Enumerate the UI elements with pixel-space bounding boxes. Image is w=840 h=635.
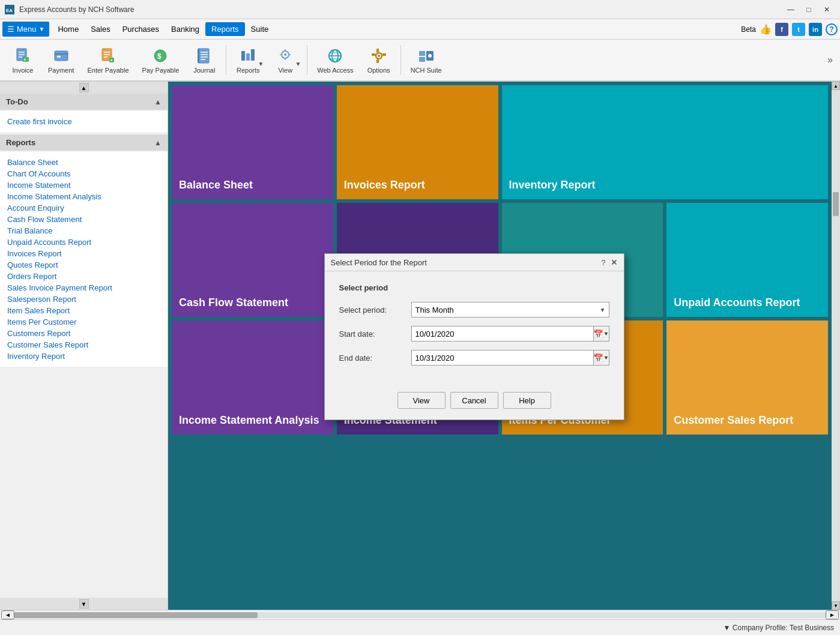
svg-rect-20: [198, 49, 199, 63]
modal-help-icon[interactable]: ?: [601, 258, 605, 267]
facebook-icon[interactable]: f: [775, 23, 788, 36]
nch-suite-label: NCH Suite: [411, 67, 442, 74]
company-profile-label: ▼ Company Profile: Test Business: [724, 624, 834, 632]
sidebar-link-orders-report[interactable]: Orders Report: [7, 271, 160, 282]
chevron-down-icon: ▼: [39, 26, 45, 32]
toolbar-expand-icon[interactable]: »: [827, 55, 833, 65]
enter-payable-icon: +: [98, 46, 118, 65]
nch-suite-button[interactable]: NCH Suite: [405, 44, 448, 76]
menu-bar: ☰ Menu ▼ Home Sales Purchases Banking Re…: [0, 19, 840, 40]
sidebar-link-sales-invoice-payment-report[interactable]: Sales Invoice Payment Report: [7, 282, 160, 293]
cancel-button[interactable]: Cancel: [450, 392, 498, 409]
view-button[interactable]: View: [397, 392, 446, 409]
help-button[interactable]: Help: [503, 392, 551, 409]
main-layout: ▲ To-Do ▲ Create first invoice Reports ▲…: [0, 82, 840, 610]
sidebar-scroll-up-button[interactable]: ▲: [79, 83, 89, 92]
reports-collapse-icon[interactable]: ▲: [154, 139, 162, 147]
sidebar-inner: To-Do ▲ Create first invoice Reports ▲ B…: [0, 94, 168, 598]
modal-title: Select Period for the Report: [331, 258, 602, 267]
menu-dropdown[interactable]: ☰ Menu ▼: [2, 22, 49, 37]
sidebar-link-item-sales-report[interactable]: Item Sales Report: [7, 305, 160, 316]
svg-rect-10: [57, 56, 61, 58]
journal-label: Journal: [193, 67, 215, 74]
title-bar: EA Express Accounts by NCH Software — □ …: [0, 0, 840, 19]
svg-rect-46: [419, 57, 425, 62]
sidebar-link-items-per-customer[interactable]: Items Per Customer: [7, 316, 160, 328]
create-invoice-link[interactable]: Create first invoice: [7, 116, 160, 127]
pay-payable-button[interactable]: $ Pay Payable: [136, 44, 186, 76]
linkedin-icon[interactable]: in: [809, 23, 822, 36]
sidebar-link-balance-sheet[interactable]: Balance Sheet: [7, 157, 160, 168]
sidebar-link-account-enquiry[interactable]: Account Enquiry: [7, 202, 160, 214]
svg-rect-41: [372, 53, 375, 56]
menu-reports[interactable]: Reports: [205, 22, 245, 36]
menu-suite[interactable]: Suite: [245, 22, 275, 36]
svg-text:+: +: [110, 58, 112, 62]
close-button[interactable]: ✕: [818, 4, 835, 16]
nch-suite-icon: [417, 46, 436, 65]
svg-rect-39: [376, 49, 379, 52]
end-date-input[interactable]: [411, 350, 594, 366]
svg-text:+: +: [24, 58, 26, 62]
h-scroll-thumb[interactable]: [14, 612, 258, 618]
todo-collapse-icon[interactable]: ▲: [154, 98, 162, 106]
date-dropdown-icon: ▼: [603, 331, 609, 337]
sidebar-scroll-down-button[interactable]: ▼: [79, 599, 89, 609]
scroll-right-button[interactable]: ►: [826, 610, 839, 619]
sidebar-link-quotes-report[interactable]: Quotes Report: [7, 259, 160, 271]
end-date-calendar-button[interactable]: 📅 ▼: [594, 350, 609, 366]
reports-label: Reports: [237, 67, 260, 74]
menu-home[interactable]: Home: [52, 22, 85, 36]
thumbsup-icon[interactable]: 👍: [760, 23, 772, 35]
journal-button[interactable]: Journal: [186, 44, 222, 76]
modal-section-title: Select period: [339, 283, 609, 292]
sidebar-link-customers-report[interactable]: Customers Report: [7, 328, 160, 339]
view-label: View: [278, 67, 292, 74]
menu-purchases[interactable]: Purchases: [116, 22, 165, 36]
maximize-button[interactable]: □: [800, 4, 817, 16]
svg-rect-45: [419, 51, 425, 56]
modal-body: Select period Select period: This Month …: [325, 271, 624, 386]
payment-button[interactable]: Payment: [42, 44, 80, 76]
start-date-input[interactable]: [411, 326, 594, 342]
sidebar-reports-content: Balance Sheet Chart Of Accounts Income S…: [0, 152, 168, 367]
view-dropdown-icon: ▼: [295, 61, 301, 67]
menu-banking[interactable]: Banking: [165, 22, 205, 36]
minimize-button[interactable]: —: [782, 4, 799, 16]
invoice-label: Invoice: [13, 67, 34, 74]
view-button[interactable]: View ▼: [267, 44, 303, 76]
svg-point-44: [378, 55, 380, 57]
options-button[interactable]: Options: [361, 44, 397, 76]
toolbar: + Invoice Payment + Enter Payable $ Pay …: [0, 40, 840, 82]
sidebar-link-chart-of-accounts[interactable]: Chart Of Accounts: [7, 168, 160, 179]
help-icon[interactable]: ?: [826, 23, 838, 35]
sidebar-link-customer-sales-report[interactable]: Customer Sales Report: [7, 339, 160, 351]
period-select[interactable]: This Month Last Month This Quarter Last …: [411, 302, 609, 318]
sidebar-link-income-statement-analysis[interactable]: Income Statement Analysis: [7, 191, 160, 202]
sidebar-link-inventory-report[interactable]: Inventory Report: [7, 351, 160, 362]
invoice-button[interactable]: + Invoice: [5, 44, 41, 76]
reports-button[interactable]: Reports ▼: [230, 44, 266, 76]
web-access-button[interactable]: Web Access: [311, 44, 359, 76]
menu-icon: ☰: [7, 25, 14, 34]
sidebar-link-cash-flow-statement[interactable]: Cash Flow Statement: [7, 214, 160, 225]
start-date-calendar-button[interactable]: 📅 ▼: [594, 326, 609, 342]
select-period-modal: Select Period for the Report ? ✕ Select …: [324, 253, 624, 420]
horizontal-scrollbar[interactable]: ◄ ►: [0, 610, 840, 619]
modal-close-button[interactable]: ✕: [611, 257, 618, 267]
sidebar-link-trial-balance[interactable]: Trial Balance: [7, 225, 160, 236]
menu-sales[interactable]: Sales: [85, 22, 116, 36]
scroll-left-button[interactable]: ◄: [1, 610, 14, 619]
end-date-row: End date: 📅 ▼: [339, 350, 609, 366]
enter-payable-button[interactable]: + Enter Payable: [81, 44, 134, 76]
twitter-icon[interactable]: t: [792, 23, 805, 36]
enter-payable-label: Enter Payable: [87, 67, 128, 74]
sidebar-container: ▲ To-Do ▲ Create first invoice Reports ▲…: [0, 82, 168, 610]
modal-overlay: Select Period for the Report ? ✕ Select …: [168, 82, 840, 610]
sidebar-link-invoices-report[interactable]: Invoices Report: [7, 248, 160, 259]
sidebar-link-salesperson-report[interactable]: Salesperson Report: [7, 293, 160, 305]
beta-label: Beta: [741, 25, 756, 34]
sidebar-link-unpaid-accounts-report[interactable]: Unpaid Accounts Report: [7, 236, 160, 248]
svg-rect-26: [246, 53, 250, 61]
sidebar-link-income-statement[interactable]: Income Statement: [7, 179, 160, 191]
